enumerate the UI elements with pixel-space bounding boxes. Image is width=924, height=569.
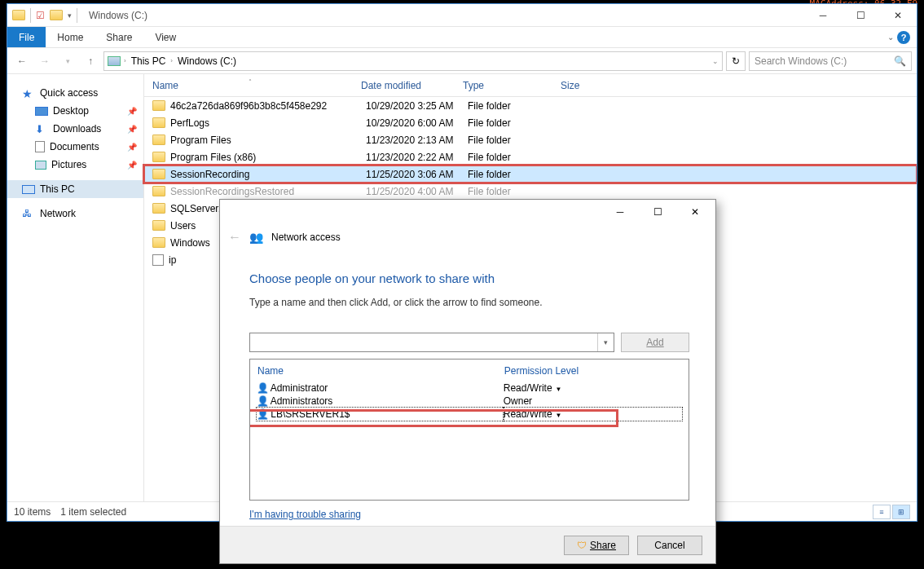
pin-icon: 📌 xyxy=(127,107,137,116)
close-button[interactable]: ✕ xyxy=(676,200,714,224)
nav-pane: ★ Quick access Desktop 📌 ⬇ Downloads 📌 D… xyxy=(7,74,144,501)
col-size[interactable]: Size xyxy=(552,80,618,91)
person-combo[interactable]: ▾ xyxy=(249,333,614,352)
trouble-link[interactable]: I'm having trouble sharing xyxy=(249,509,361,520)
recent-chevron-icon[interactable]: ▾ xyxy=(58,51,77,71)
file-type: File folder xyxy=(468,186,565,197)
status-selected: 1 item selected xyxy=(60,506,126,518)
col-name[interactable]: Name ˄ xyxy=(144,80,353,91)
ribbon: File Home Share View ⌄ ? xyxy=(7,27,917,48)
file-date: 11/23/2020 2:13 AM xyxy=(366,135,468,146)
close-button[interactable]: ✕ xyxy=(879,4,917,27)
perm-col-name[interactable]: Name xyxy=(257,364,504,382)
file-row[interactable]: Program Files (x86)11/23/2020 2:22 AMFil… xyxy=(144,148,917,165)
permission-row[interactable]: 👤 AdministratorsOwner xyxy=(257,395,682,408)
maximize-button[interactable]: ☐ xyxy=(639,200,676,224)
permission-level[interactable]: Read/Write xyxy=(504,408,552,420)
pin-icon: 📌 xyxy=(127,161,137,170)
folder-icon xyxy=(152,237,165,248)
tab-home[interactable]: Home xyxy=(46,27,95,47)
back-arrow-icon[interactable]: ← xyxy=(228,230,241,245)
search-icon: 🔍 xyxy=(894,55,906,67)
forward-button[interactable]: → xyxy=(35,51,55,71)
file-type: File folder xyxy=(468,135,565,146)
network-icon: 🖧 xyxy=(22,208,35,219)
crumb-thispc[interactable]: This PC xyxy=(130,55,168,67)
dialog-heading-small: Network access xyxy=(271,232,341,243)
file-date: 11/25/2020 3:06 AM xyxy=(366,169,468,180)
breadcrumb[interactable]: › This PC › Windows (C:) ⌄ xyxy=(103,51,723,71)
chevron-down-icon[interactable]: ▾ xyxy=(597,333,614,351)
desktop-icon xyxy=(35,107,48,116)
file-name: 46c2a726da869f96b3b8c5f458e292 xyxy=(170,100,366,112)
cancel-label: Cancel xyxy=(654,540,684,551)
permission-row[interactable]: 👤 AdministratorRead/Write▼ xyxy=(257,382,682,395)
qat-check-icon[interactable]: ☑ xyxy=(36,10,45,21)
minimize-button[interactable]: ─ xyxy=(601,200,639,224)
nav-downloads[interactable]: ⬇ Downloads 📌 xyxy=(7,120,143,138)
col-type[interactable]: Type xyxy=(455,80,552,91)
nav-pictures[interactable]: Pictures 📌 xyxy=(7,156,143,174)
view-details-button[interactable]: ≡ xyxy=(873,505,891,519)
chevron-down-icon[interactable]: ▼ xyxy=(552,412,562,419)
dialog-titlebar: ─ ☐ ✕ xyxy=(220,200,715,224)
nav-thispc[interactable]: This PC xyxy=(7,180,143,198)
file-row[interactable]: SessionRecording11/25/2020 3:06 AMFile f… xyxy=(144,165,917,183)
file-row[interactable]: 46c2a726da869f96b3b8c5f458e29210/29/2020… xyxy=(144,97,917,114)
address-dropdown-icon[interactable]: ⌄ xyxy=(712,57,719,65)
perm-col-level[interactable]: Permission Level xyxy=(504,364,682,382)
file-row[interactable]: PerfLogs10/29/2020 6:00 AMFile folder xyxy=(144,114,917,131)
folder-icon[interactable] xyxy=(50,10,63,20)
pin-icon: 📌 xyxy=(127,125,137,134)
view-icons-button[interactable]: ⊞ xyxy=(892,505,910,519)
add-label: Add xyxy=(646,337,663,348)
nav-label: Downloads xyxy=(53,123,101,135)
status-count: 10 items xyxy=(14,506,51,518)
folder-icon xyxy=(152,220,165,231)
permission-level[interactable]: Read/Write xyxy=(504,382,552,394)
file-type: File folder xyxy=(468,117,565,129)
permission-row[interactable]: 👤 LB\SRSERVER1$Read/Write▼ xyxy=(257,408,682,421)
share-button[interactable]: 🛡 Share xyxy=(564,536,629,555)
cancel-button[interactable]: Cancel xyxy=(637,536,702,555)
tab-share[interactable]: Share xyxy=(95,27,143,47)
qat-chevron-icon[interactable]: ▾ xyxy=(68,11,72,20)
tab-file[interactable]: File xyxy=(7,27,46,47)
refresh-button[interactable]: ↻ xyxy=(726,51,746,71)
dialog-title: Choose people on your network to share w… xyxy=(249,271,689,285)
file-date: 11/23/2020 2:22 AM xyxy=(366,152,468,163)
file-name: SessionRecordingsRestored xyxy=(170,186,366,197)
help-icon[interactable]: ? xyxy=(897,31,910,44)
ribbon-expand-icon[interactable]: ⌄ xyxy=(887,33,897,42)
nav-quick-access[interactable]: ★ Quick access xyxy=(7,84,143,102)
file-row[interactable]: Program Files11/23/2020 2:13 AMFile fold… xyxy=(144,131,917,148)
up-button[interactable]: ↑ xyxy=(81,51,100,71)
file-type: File folder xyxy=(468,100,565,112)
person-icon: 👤 xyxy=(257,408,268,420)
file-name: Program Files (x86) xyxy=(170,152,366,163)
crumb-drive[interactable]: Windows (C:) xyxy=(176,55,238,67)
maximize-button[interactable]: ☐ xyxy=(842,4,879,27)
nav-documents[interactable]: Documents 📌 xyxy=(7,138,143,156)
share-dialog: ─ ☐ ✕ ← 👥 Network access Choose people o… xyxy=(219,199,716,564)
add-button[interactable]: Add xyxy=(621,333,689,352)
search-input[interactable]: Search Windows (C:) 🔍 xyxy=(749,51,912,71)
col-date[interactable]: Date modified xyxy=(353,80,455,91)
chevron-right-icon: › xyxy=(170,57,173,64)
person-name: Administrator xyxy=(271,382,328,394)
chevron-down-icon[interactable]: ▼ xyxy=(552,386,562,393)
file-name: SessionRecording xyxy=(170,169,366,180)
nav-desktop[interactable]: Desktop 📌 xyxy=(7,102,143,120)
minimize-button[interactable]: ─ xyxy=(804,4,842,27)
nav-network[interactable]: 🖧 Network xyxy=(7,205,143,223)
file-name: PerfLogs xyxy=(170,117,366,129)
folder-icon xyxy=(12,10,25,20)
titlebar: ☑ ▾ Windows (C:) ─ ☐ ✕ xyxy=(7,4,917,27)
file-row[interactable]: SessionRecordingsRestored11/25/2020 4:00… xyxy=(144,183,917,200)
back-button[interactable]: ← xyxy=(12,51,32,71)
search-placeholder: Search Windows (C:) xyxy=(755,55,847,67)
network-access-icon: 👥 xyxy=(249,231,263,244)
document-icon xyxy=(35,141,45,152)
folder-icon xyxy=(152,169,165,179)
tab-view[interactable]: View xyxy=(143,27,187,47)
